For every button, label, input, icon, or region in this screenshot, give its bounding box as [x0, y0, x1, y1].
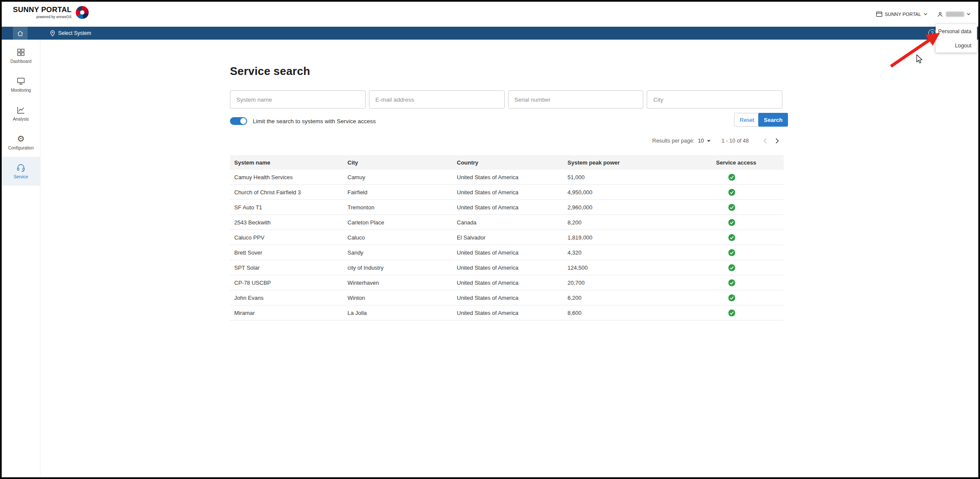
select-system-button[interactable]: Select System: [50, 27, 91, 40]
cell-country: United States of America: [453, 295, 563, 301]
cell-city: Winton: [343, 295, 453, 301]
cell-city: city of Industry: [343, 264, 453, 271]
cell-peak-power: 4,320: [563, 249, 712, 256]
cell-system-name: Caluco PPV: [230, 234, 343, 241]
service-access-check-icon: [728, 234, 735, 241]
window-icon: [876, 12, 882, 17]
table-row[interactable]: 2543 Beckwith Carleton Place Canada 8,20…: [230, 215, 784, 230]
cell-peak-power: 51,000: [563, 174, 712, 180]
reset-button[interactable]: Reset: [734, 113, 760, 127]
cell-service-access: [712, 279, 784, 286]
portal-switcher[interactable]: SUNNY PORTAL: [876, 12, 927, 17]
caret-down-icon: [707, 140, 710, 142]
cell-city: Sandy: [343, 249, 453, 256]
home-button[interactable]: [13, 27, 28, 40]
cell-country: Canada: [453, 219, 563, 226]
cell-country: United States of America: [453, 189, 563, 196]
sidebar-item-service[interactable]: Service: [2, 157, 40, 186]
table-row[interactable]: Caluco PPV Caluco El Salvador 1,819,000: [230, 230, 784, 245]
service-access-check-icon: [728, 174, 735, 181]
brand-logo[interactable]: SUNNY PORTAL powered by ennexOS: [13, 6, 89, 19]
menu-item-logout[interactable]: Logout: [936, 38, 977, 53]
cell-system-name: 2543 Beckwith: [230, 219, 343, 226]
analysis-icon: [16, 106, 25, 115]
cell-peak-power: 8,600: [563, 310, 712, 316]
portal-switcher-label: SUNNY PORTAL: [885, 12, 921, 17]
service-access-check-icon: [728, 279, 735, 286]
service-access-check-icon: [728, 219, 735, 226]
help-icon[interactable]: ?: [928, 29, 936, 37]
system-name-input[interactable]: [230, 90, 366, 109]
dashboard-icon: [16, 48, 25, 57]
sidebar-item-label: Service: [14, 174, 28, 179]
service-access-check-icon: [728, 189, 735, 196]
cell-peak-power: 20,700: [563, 280, 712, 286]
cell-peak-power: 4,950,000: [563, 189, 712, 196]
page-title: Service search: [230, 65, 310, 78]
email-address-input[interactable]: [369, 90, 505, 109]
main-nav-bar: Select System ?: [2, 27, 978, 40]
chevron-left-icon: [762, 137, 769, 145]
table-row[interactable]: Brett Sover Sandy United States of Ameri…: [230, 245, 784, 260]
menu-item-personal-data[interactable]: Personal data: [936, 24, 977, 38]
cell-service-access: [712, 219, 784, 226]
cell-peak-power: 2,960,000: [563, 204, 712, 211]
cell-system-name: CP-78 USCBP: [230, 280, 343, 286]
cell-city: Fairfield: [343, 189, 453, 196]
cell-system-name: Camuy Health Services: [230, 174, 343, 180]
table-row[interactable]: Camuy Health Services Camuy United State…: [230, 170, 784, 185]
cell-service-access: [712, 204, 784, 211]
cell-city: Camuy: [343, 174, 453, 180]
cell-service-access: [712, 309, 784, 317]
table-row[interactable]: SF Auto T1 Tremonton United States of Am…: [230, 200, 784, 215]
cell-system-name: SPT Solar: [230, 264, 343, 271]
redacted-username: [946, 12, 964, 17]
results-per-page-select[interactable]: 10: [698, 138, 710, 144]
column-header-peak-power: System peak power: [563, 159, 712, 166]
sidebar-item-configuration[interactable]: ⚙ Configuration: [2, 128, 40, 157]
chevron-down-icon: [924, 13, 927, 16]
sidebar-item-label: Monitoring: [11, 88, 31, 93]
mouse-cursor: [916, 54, 926, 65]
cell-system-name: Church of Christ Fairfield 3: [230, 189, 343, 196]
cell-country: United States of America: [453, 280, 563, 286]
city-input[interactable]: [647, 90, 782, 109]
next-page-button[interactable]: [771, 135, 782, 146]
cell-system-name: Miramar: [230, 310, 343, 316]
serial-number-input[interactable]: [508, 90, 644, 109]
cell-peak-power: 1,819,000: [563, 234, 712, 241]
cell-service-access: [712, 189, 784, 196]
results-per-page-label: Results per page:: [652, 138, 695, 144]
cell-service-access: [712, 174, 784, 181]
column-header-system-name: System name: [230, 159, 343, 166]
table-row[interactable]: Miramar La Jolla United States of Americ…: [230, 305, 784, 320]
table-row[interactable]: SPT Solar city of Industry United States…: [230, 260, 784, 275]
screen: SUNNY PORTAL powered by ennexOS SUNNY PO…: [0, 0, 980, 479]
service-access-toggle[interactable]: [230, 117, 247, 125]
sidebar-item-dashboard[interactable]: Dashboard: [2, 41, 40, 70]
cell-city: Winterhaven: [343, 280, 453, 286]
headset-icon: [16, 163, 25, 172]
user-icon: [937, 11, 943, 18]
chevron-right-icon: [773, 137, 781, 145]
sidebar-item-label: Dashboard: [10, 59, 31, 64]
sidebar-item-monitoring[interactable]: Monitoring: [2, 70, 40, 99]
cell-service-access: [712, 234, 784, 241]
cell-peak-power: 124,500: [563, 264, 712, 271]
cell-country: United States of America: [453, 310, 563, 316]
table-row[interactable]: CP-78 USCBP Winterhaven United States of…: [230, 275, 784, 290]
cell-country: El Salvador: [453, 234, 563, 241]
user-menu-trigger[interactable]: [937, 11, 971, 18]
sma-pinwheel-logo-icon: [76, 6, 89, 19]
table-row[interactable]: John Evans Winton United States of Ameri…: [230, 290, 784, 305]
service-access-check-icon: [728, 294, 735, 302]
brand-title: SUNNY PORTAL: [13, 6, 71, 14]
home-icon: [17, 30, 24, 37]
previous-page-button[interactable]: [760, 135, 771, 146]
search-button[interactable]: Search: [758, 113, 788, 127]
top-bar: SUNNY PORTAL powered by ennexOS SUNNY PO…: [2, 2, 978, 27]
table-row[interactable]: Church of Christ Fairfield 3 Fairfield U…: [230, 185, 784, 200]
cell-city: Caluco: [343, 234, 453, 241]
brand-subtitle: powered by ennexOS: [36, 15, 71, 19]
sidebar-item-analysis[interactable]: Analysis: [2, 99, 40, 128]
